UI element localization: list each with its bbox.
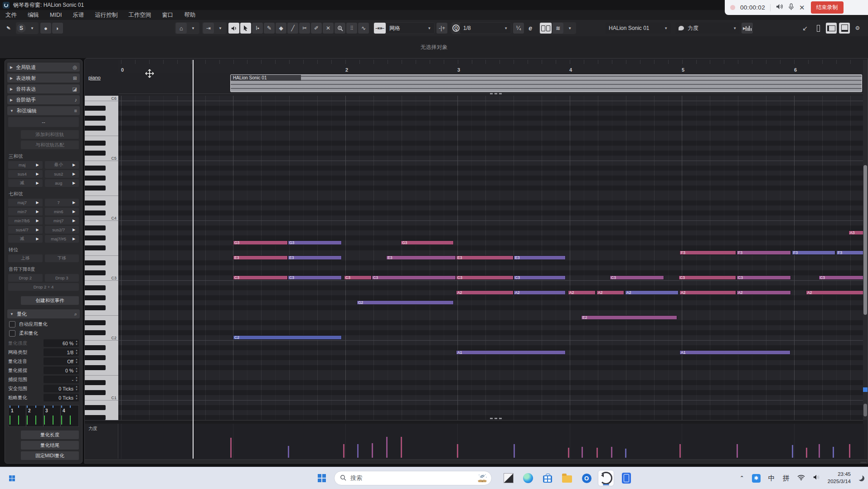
panel-header-chord-editing[interactable]: ▼和弦编辑≡ [7,106,80,115]
mute-icon[interactable]: ✕ [323,23,334,34]
chord-apply-arrow-icon[interactable]: ▶ [36,163,43,167]
triad-button-2-1[interactable]: aug▶ [45,179,79,187]
menu-item-2[interactable]: MIDI [50,12,62,18]
pencil-icon[interactable]: ✎ [264,23,275,34]
midi-note-G3[interactable]: G3 [233,240,288,245]
midi-note-F3[interactable]: F3 [679,250,736,255]
velocity-bar[interactable] [401,437,402,458]
tray-expand-icon[interactable]: ⌃ [740,475,744,481]
record-icon[interactable]: ● [40,23,51,34]
acoustic-feedback-icon[interactable]: ◗ [52,23,63,34]
language-indicator[interactable]: 中 [768,474,775,483]
midi-note-E3[interactable]: E3 [386,255,456,260]
menu-item-7[interactable]: 帮助 [184,11,195,19]
midi-note-E3[interactable]: E3 [233,255,288,260]
add-to-chord-track-button[interactable]: 添加到和弦轨 [21,130,79,139]
white-key[interactable] [85,325,118,330]
midi-note-C3[interactable]: C3 [372,275,456,280]
chord-apply-arrow-icon[interactable]: ▶ [36,237,43,241]
seventh-button-4-0[interactable]: 减▶ [8,235,43,243]
triad-button-0-1[interactable]: 最小▶ [45,161,79,169]
field-value[interactable]: 0 Ticks▲▼ [44,385,79,392]
spinner-arrows-icon[interactable]: ▲▼ [75,394,78,401]
chord-apply-arrow-icon[interactable]: ▶ [36,172,43,176]
panel-header-0[interactable]: ▶全局轨道◎ [7,63,80,72]
midi-note-A1[interactable]: A1 [679,350,790,355]
white-key[interactable] [85,131,118,136]
part-handle-top[interactable] [490,93,502,94]
black-key[interactable] [85,225,118,230]
cursor-icon[interactable] [240,23,251,34]
velocity-bar[interactable] [737,444,738,458]
target-icon[interactable]: ◎ [73,64,77,70]
glue-icon[interactable]: ✐ [311,23,322,34]
black-key[interactable] [85,270,118,275]
seventh-button-3-0[interactable]: sus4/7▶ [8,226,43,234]
chord-apply-arrow-icon[interactable]: ▶ [36,219,43,223]
photos-icon[interactable] [500,470,517,486]
white-key[interactable] [85,385,118,390]
spinner-arrows-icon[interactable]: ▲▼ [75,349,78,355]
midi-note-A2[interactable]: A2 [456,290,514,295]
white-key[interactable] [85,360,118,365]
menu-item-3[interactable]: 乐谱 [73,11,84,19]
list-icon[interactable]: ≡ [74,108,77,113]
midi-note-F3[interactable]: F3 [792,250,835,255]
part-select-dropdown[interactable]: HALion Sonic 01▼ [606,23,671,34]
create-chord-event-button[interactable]: 创建和弦事件 [21,296,79,305]
zoom-icon[interactable] [335,23,345,34]
chord-apply-arrow-icon[interactable]: ▶ [36,228,43,232]
black-key[interactable] [85,345,118,350]
speaker-icon[interactable] [228,23,239,34]
line-icon[interactable]: ╱ [287,23,298,34]
midi-note-E3[interactable]: E3 [514,255,566,260]
velocity-bar[interactable] [230,438,232,458]
velocity-bar[interactable] [288,446,289,458]
ime-mode-indicator[interactable]: 拼 [783,474,790,483]
panel-header-3[interactable]: ▶音阶助手♪ [7,95,80,104]
checkbox[interactable] [9,321,15,328]
midi-note-F3[interactable]: F3 [737,250,791,255]
playhead[interactable] [193,60,194,459]
home-icon[interactable]: ⌂ [176,23,187,34]
black-key[interactable] [85,116,118,121]
iterative-quantize-icon[interactable]: ⅟₄ [513,23,524,34]
drop-2-4-button[interactable]: Drop 2 + 4 [8,283,79,291]
white-key[interactable] [85,146,118,151]
midi-note-G3[interactable]: G3 [288,240,342,245]
velocity-bar[interactable] [386,437,388,458]
chord-apply-arrow-icon[interactable]: ▶ [73,163,79,167]
triad-button-0-0[interactable]: maj▶ [8,161,43,169]
drumstick-icon[interactable]: I▪ [252,23,263,34]
white-key[interactable] [85,410,118,415]
field-value[interactable]: 1/8▲▼ [44,348,79,356]
seventh-button-2-1[interactable]: minj7▶ [45,217,79,225]
midi-note-C3[interactable]: C3 [288,275,342,280]
bottom-zone-icon[interactable] [839,23,850,34]
field-value[interactable]: 0 Ticks▲▼ [44,394,79,401]
scale-assistant-icon[interactable]: ♪ [75,97,78,103]
eraser-icon[interactable]: ◆ [276,23,286,34]
menu-item-6[interactable]: 窗口 [162,11,173,19]
white-key[interactable] [85,310,118,315]
white-key[interactable] [85,196,118,200]
menu-item-0[interactable]: 文件 [5,11,17,19]
chevron-down-icon[interactable]: ▼ [27,23,38,34]
chord-apply-arrow-icon[interactable]: ▶ [36,210,43,214]
stop-recording-button[interactable]: 结束录制 [811,1,844,14]
clock[interactable]: 23:452025/3/14 [828,471,851,485]
v-zoom-thumb[interactable] [863,404,867,416]
map-icon[interactable]: ⊞ [73,75,77,81]
corner-arrow-icon[interactable]: ↙ [800,23,810,34]
velocity-bar[interactable] [833,447,834,458]
white-key[interactable] [85,191,118,196]
autoscroll-icon[interactable]: ⇥ [203,23,214,34]
velocity-bar[interactable] [372,443,373,458]
midi-note-A2[interactable]: A2 [625,290,679,295]
inversion-button-1[interactable]: 下移 [45,254,79,262]
black-key[interactable] [85,390,118,395]
white-key[interactable] [85,111,118,116]
white-key[interactable] [85,240,118,245]
white-key[interactable] [85,315,118,320]
menu-item-4[interactable]: 运行控制 [95,11,117,19]
